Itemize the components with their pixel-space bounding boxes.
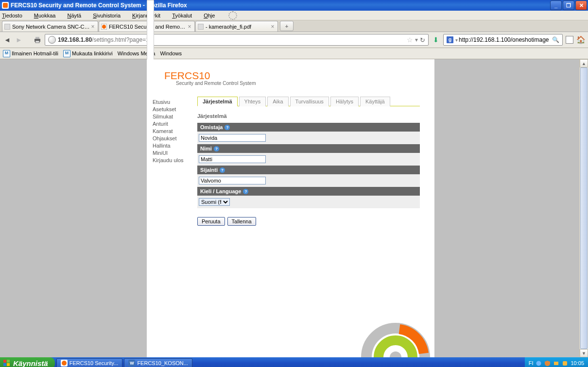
- field-header-owner: Omistaja?: [197, 123, 420, 132]
- forward-button[interactable]: ►: [15, 35, 23, 44]
- tab-turvallisuus[interactable]: Turvallisuus: [290, 97, 329, 106]
- tray-icon[interactable]: [536, 360, 542, 367]
- menu-file[interactable]: Tiedosto: [2, 13, 28, 18]
- tab-yhteys[interactable]: Yhteys: [239, 97, 266, 106]
- tray-shield-icon[interactable]: [544, 360, 551, 367]
- scroll-thumb[interactable]: [580, 67, 588, 349]
- bookmark-hotmail[interactable]: MIlmainen Hotmail-tili: [3, 50, 58, 57]
- menu-history[interactable]: Sivuhistoria: [93, 13, 126, 18]
- new-tab-button[interactable]: +: [280, 21, 294, 31]
- tab-close-icon[interactable]: ×: [90, 24, 96, 30]
- owner-input[interactable]: [199, 134, 266, 142]
- help-icon[interactable]: ?: [214, 146, 219, 151]
- side-nav: Etusivu Asetukset Silmukat Anturit Kamer…: [153, 97, 191, 226]
- nav-asetukset[interactable]: Asetukset: [153, 106, 191, 113]
- vertical-scrollbar[interactable]: ▲ ▼: [579, 59, 588, 357]
- menu-bar: Tiedosto Muokkaa Näytä Sivuhistoria Kirj…: [0, 11, 588, 20]
- help-icon[interactable]: ?: [243, 189, 248, 194]
- url-bar[interactable]: 192.168.1.80/settings.html?page=1 ☆ ▾ ↻: [45, 34, 429, 46]
- search-bar[interactable]: g ▾ 🔍: [443, 34, 563, 46]
- firefox-icon: [2, 2, 9, 9]
- tab-label: Sony Network Camera SNC-CS11: [12, 24, 90, 30]
- print-button[interactable]: [33, 35, 42, 44]
- menu-tools[interactable]: Työkalut: [172, 13, 198, 18]
- nav-silmukat[interactable]: Silmukat: [153, 113, 191, 120]
- browser-tab-0[interactable]: Sony Network Camera SNC-CS11 ×: [2, 21, 98, 32]
- bookmark-windows[interactable]: .Windows: [160, 50, 182, 56]
- nav-miniui[interactable]: MiniUI: [153, 150, 191, 157]
- svg-point-3: [390, 351, 401, 357]
- taskbar-item-word[interactable]: W FERCS10_KOSON...: [124, 358, 192, 367]
- scroll-up-button[interactable]: ▲: [580, 59, 588, 67]
- tab-close-icon[interactable]: ×: [187, 24, 192, 30]
- bookmark-star-icon[interactable]: ☆: [407, 36, 413, 44]
- system-tray: FI 10:05: [525, 357, 588, 367]
- svg-rect-2: [35, 41, 39, 43]
- svg-rect-6: [563, 361, 567, 366]
- search-icon[interactable]: 🔍: [552, 36, 559, 43]
- tray-clock[interactable]: 10:05: [571, 360, 584, 366]
- nav-logout[interactable]: Kirjaudu ulos: [153, 157, 191, 164]
- navigation-toolbar: ◄ ► 192.168.1.80/settings.html?page=1 ☆ …: [0, 32, 588, 48]
- location-input[interactable]: [199, 177, 266, 184]
- taskbar-item-firefox[interactable]: FERCS10 Security...: [56, 358, 123, 367]
- bookmarks-toolbar: MIlmainen Hotmail-tili MMukauta linkkiri…: [0, 48, 588, 59]
- help-icon[interactable]: ?: [225, 125, 230, 130]
- page-body: FERCS10 Security and Remote Control Syst…: [147, 59, 434, 357]
- scroll-down-button[interactable]: ▼: [580, 349, 588, 357]
- nav-ohjaukset[interactable]: Ohjaukset: [153, 135, 191, 142]
- window-close-button[interactable]: ✕: [575, 0, 587, 10]
- language-select[interactable]: Suomi (fi): [199, 198, 230, 206]
- throbber-icon: [228, 11, 237, 20]
- tab-aika[interactable]: Aika: [267, 97, 288, 106]
- brand-title: FERCS10: [164, 70, 420, 82]
- bookmark-links[interactable]: MMukauta linkkirivi: [63, 50, 113, 57]
- firefox-icon: [61, 360, 68, 367]
- msn-icon: M: [3, 50, 10, 57]
- window-minimize-button[interactable]: _: [550, 0, 562, 10]
- start-button[interactable]: Käynnistä: [0, 357, 55, 367]
- field-header-name: Nimi?: [197, 144, 420, 153]
- menu-edit[interactable]: Muokkaa: [34, 13, 62, 18]
- nav-hallinta[interactable]: Hallinta: [153, 142, 191, 150]
- tray-icon[interactable]: [562, 360, 568, 367]
- section-title: Järjestelmä: [197, 113, 420, 119]
- downloads-button[interactable]: ⬇: [432, 35, 440, 44]
- brand-subtitle: Security and Remote Control System: [176, 81, 420, 86]
- window-maximize-button[interactable]: ❐: [563, 0, 574, 10]
- firefox-icon: [101, 24, 107, 30]
- tab-halytys[interactable]: Hälytys: [330, 97, 359, 106]
- svg-rect-5: [554, 362, 558, 365]
- save-button[interactable]: Tallenna: [227, 217, 256, 226]
- help-icon[interactable]: ?: [220, 167, 225, 173]
- finembe-logo: FINEMBE: [328, 314, 434, 357]
- search-input[interactable]: [458, 36, 550, 44]
- page-icon: [4, 24, 10, 30]
- cancel-button[interactable]: Peruuta: [197, 217, 225, 226]
- tab-jarjestelma[interactable]: Järjestelmä: [197, 97, 238, 106]
- reload-icon[interactable]: ↻: [420, 36, 425, 44]
- word-icon: W: [128, 360, 135, 367]
- menu-help[interactable]: Ohje: [204, 13, 221, 18]
- home-button[interactable]: 🏠: [576, 35, 585, 44]
- restore-session-button[interactable]: [566, 36, 573, 44]
- main-panel: Järjestelmä Yhteys Aika Turvallisuus Häl…: [197, 97, 420, 226]
- tab-close-icon[interactable]: ×: [270, 24, 276, 30]
- dropdown-icon[interactable]: ▾: [415, 36, 418, 43]
- tab-strip: Sony Network Camera SNC-CS11 × FERCS10 S…: [0, 20, 588, 32]
- tab-kayttaja[interactable]: Käyttäjä: [360, 97, 390, 106]
- field-header-language: Kieli / Language?: [197, 187, 420, 196]
- nav-etusivu[interactable]: Etusivu: [153, 99, 191, 106]
- globe-icon: [48, 36, 56, 44]
- menu-view[interactable]: Näytä: [67, 13, 87, 18]
- back-button[interactable]: ◄: [3, 35, 12, 44]
- page-icon: [198, 24, 204, 30]
- nav-anturit[interactable]: Anturit: [153, 120, 191, 128]
- svg-point-4: [536, 361, 541, 366]
- msn-icon: M: [63, 50, 70, 57]
- tray-icon[interactable]: [553, 360, 559, 367]
- browser-tab-2[interactable]: - kameraohje_fi.pdf ×: [195, 21, 278, 32]
- nav-kamerat[interactable]: Kamerat: [153, 128, 191, 135]
- name-input[interactable]: [199, 155, 266, 163]
- tray-language[interactable]: FI: [529, 360, 534, 366]
